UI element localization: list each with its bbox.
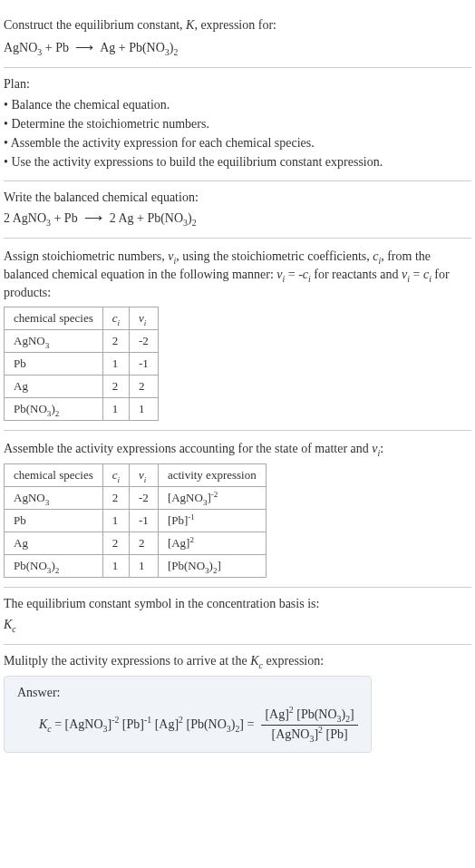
- balanced-equation: 2 AgNO3 + Pb ⟶ 2 Ag + Pb(NO3)2: [4, 209, 471, 229]
- multiply-section: Mulitply the activity expressions to arr…: [4, 645, 471, 762]
- prompt-text: Construct the equilibrium constant, K, e…: [4, 16, 471, 34]
- cell-species: Pb: [5, 353, 103, 375]
- col-species: chemical species: [5, 463, 103, 486]
- symbol-line1: The equilibrium constant symbol in the c…: [4, 597, 471, 611]
- plan-item: • Assemble the activity expression for e…: [4, 133, 471, 152]
- col-expr: activity expression: [158, 463, 266, 486]
- cell-species: Pb: [5, 509, 103, 532]
- table-row: Pb 1 -1: [5, 353, 159, 375]
- table-row: AgNO3 2 -2 [AgNO3]-2: [5, 486, 267, 509]
- answer-label: Answer:: [17, 686, 358, 700]
- plan-item: • Determine the stoichiometric numbers.: [4, 114, 471, 133]
- multiply-title: Mulitply the activity expressions to arr…: [4, 654, 471, 668]
- cell-expr: [Pb]-1: [158, 509, 266, 532]
- cell-ci: 1: [102, 554, 129, 577]
- cell-vi: -2: [130, 330, 159, 353]
- cell-vi: 1: [130, 398, 159, 421]
- fraction-denominator: [AgNO3]2 [Pb]: [267, 726, 351, 743]
- col-ci: ci: [102, 307, 129, 330]
- cell-species: Pb(NO3)2: [5, 554, 103, 577]
- prompt-section: Construct the equilibrium constant, K, e…: [4, 7, 471, 68]
- plan-list: • Balance the chemical equation. • Deter…: [4, 95, 471, 171]
- cell-ci: 1: [102, 353, 129, 375]
- table-row: Ag 2 2 [Ag]2: [5, 532, 267, 554]
- stoich-section: Assign stoichiometric numbers, νi, using…: [4, 239, 471, 431]
- plan-item: • Balance the chemical equation.: [4, 95, 471, 114]
- cell-vi: -1: [130, 509, 159, 532]
- fraction-numerator: [Ag]2 [Pb(NO3)2]: [261, 707, 357, 726]
- table-row: AgNO3 2 -2: [5, 330, 159, 353]
- answer-box: Answer: Kc = [AgNO3]-2 [Pb]-1 [Ag]2 [Pb(…: [4, 676, 372, 753]
- cell-expr: [Pb(NO3)2]: [158, 554, 266, 577]
- cell-ci: 1: [102, 509, 129, 532]
- symbol-section: The equilibrium constant symbol in the c…: [4, 588, 471, 645]
- cell-vi: -2: [130, 486, 159, 509]
- cell-vi: -1: [130, 353, 159, 375]
- cell-species: Ag: [5, 375, 103, 398]
- activity-section: Assemble the activity expressions accoun…: [4, 431, 471, 588]
- table-header-row: chemical species ci νi activity expressi…: [5, 463, 267, 486]
- cell-species: AgNO3: [5, 330, 103, 353]
- cell-ci: 2: [102, 330, 129, 353]
- table-row: Pb 1 -1 [Pb]-1: [5, 509, 267, 532]
- cell-species: Pb(NO3)2: [5, 398, 103, 421]
- col-species: chemical species: [5, 307, 103, 330]
- table-header-row: chemical species ci νi: [5, 307, 159, 330]
- plan-section: Plan: • Balance the chemical equation. •…: [4, 68, 471, 181]
- cell-species: AgNO3: [5, 486, 103, 509]
- balanced-title: Write the balanced chemical equation:: [4, 190, 471, 205]
- col-vi: νi: [130, 307, 159, 330]
- stoich-text: Assign stoichiometric numbers, νi, using…: [4, 248, 471, 301]
- cell-vi: 1: [130, 554, 159, 577]
- cell-species: Ag: [5, 532, 103, 554]
- col-ci: ci: [102, 463, 129, 486]
- plan-title: Plan:: [4, 77, 471, 92]
- cell-ci: 2: [102, 375, 129, 398]
- table-row: Pb(NO3)2 1 1 [Pb(NO3)2]: [5, 554, 267, 577]
- symbol-line2: Kc: [4, 615, 471, 635]
- plan-item: • Use the activity expressions to build …: [4, 152, 471, 171]
- stoich-table: chemical species ci νi AgNO3 2 -2 Pb 1 -…: [4, 307, 159, 421]
- prompt-equation: AgNO3 + Pb ⟶ Ag + Pb(NO3)2: [4, 38, 471, 58]
- cell-ci: 2: [102, 532, 129, 554]
- formula-fraction: [Ag]2 [Pb(NO3)2] [AgNO3]2 [Pb]: [261, 707, 357, 743]
- table-row: Pb(NO3)2 1 1: [5, 398, 159, 421]
- cell-vi: 2: [130, 532, 159, 554]
- activity-title: Assemble the activity expressions accoun…: [4, 440, 471, 458]
- cell-vi: 2: [130, 375, 159, 398]
- cell-ci: 1: [102, 398, 129, 421]
- col-vi: νi: [130, 463, 159, 486]
- cell-expr: [AgNO3]-2: [158, 486, 266, 509]
- answer-formula: Kc = [AgNO3]-2 [Pb]-1 [Ag]2 [Pb(NO3)2] =…: [39, 707, 358, 743]
- balanced-section: Write the balanced chemical equation: 2 …: [4, 181, 471, 239]
- table-row: Ag 2 2: [5, 375, 159, 398]
- activity-table: chemical species ci νi activity expressi…: [4, 463, 267, 578]
- cell-expr: [Ag]2: [158, 532, 266, 554]
- formula-lhs: Kc = [AgNO3]-2 [Pb]-1 [Ag]2 [Pb(NO3)2] =: [39, 717, 254, 732]
- cell-ci: 2: [102, 486, 129, 509]
